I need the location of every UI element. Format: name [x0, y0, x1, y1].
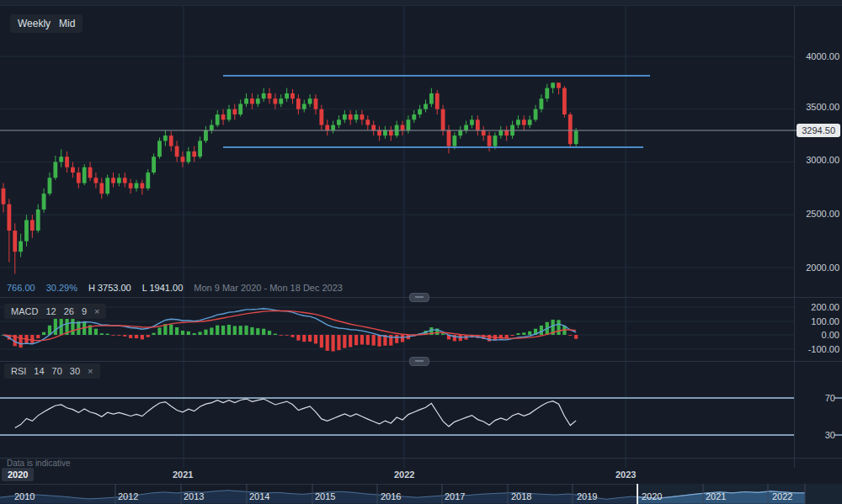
- macd-axis-label: 100.00: [811, 316, 839, 326]
- price-axis-label: 2500.00: [806, 209, 839, 219]
- macd-param-slow: 26: [64, 306, 74, 316]
- macd-param-fast: 12: [45, 306, 56, 316]
- x-axis-year-label: 2021: [173, 470, 193, 480]
- rsi-param-period: 14: [34, 366, 44, 376]
- navigator-year-label: 2012: [118, 491, 138, 501]
- rsi-axis-label: 70: [825, 393, 835, 403]
- navigator-year-label: 2021: [706, 491, 726, 501]
- x-axis-year-label: 2020: [2, 468, 34, 481]
- navigator-year-label: 2013: [184, 491, 204, 501]
- macd-label: MACD: [11, 306, 38, 316]
- price-axis-label: 3000.00: [806, 155, 839, 165]
- navigator-year-label: 2010: [14, 491, 35, 501]
- instrument-info-bar: 766.00 30.29% H 3753.00 L 1941.00 Mon 9 …: [7, 283, 343, 293]
- navigator-year-label: 2015: [315, 491, 335, 501]
- rsi-param-upper: 70: [52, 366, 62, 376]
- navigator-year-label: 2017: [445, 491, 465, 501]
- navigator-year-label: 2019: [577, 491, 597, 501]
- navigator-range-handle[interactable]: [637, 484, 638, 504]
- rsi-panel-resize-grip[interactable]: [409, 357, 429, 366]
- macd-indicator-box: MACD 12 26 9 ×: [4, 304, 106, 319]
- navigator-year-label: 2016: [381, 491, 401, 501]
- price-axis-label: 3500.00: [806, 102, 839, 112]
- price-axis-label: 2000.00: [806, 263, 839, 273]
- navigator-year-label: 2022: [772, 491, 792, 501]
- rsi-close-icon[interactable]: ×: [88, 366, 93, 376]
- macd-axis-label: -100.00: [808, 344, 839, 354]
- macd-axis-label: 0.00: [822, 330, 839, 340]
- navigator-year-label: 2020: [642, 491, 662, 501]
- price-type-button[interactable]: Mid: [51, 14, 83, 33]
- change-percent: 30.29%: [46, 283, 77, 293]
- navigator-year-label: 2014: [249, 491, 269, 501]
- x-axis-year-label: 2022: [394, 470, 414, 480]
- macd-close-icon[interactable]: ×: [94, 306, 99, 316]
- x-axis-year-label: 2023: [616, 470, 636, 480]
- rsi-param-lower: 30: [70, 366, 80, 376]
- macd-panel-resize-grip[interactable]: [409, 293, 429, 302]
- price-axis-label: 4000.00: [806, 51, 839, 61]
- rsi-indicator-box: RSI 14 70 30 ×: [4, 363, 100, 379]
- chart-canvas[interactable]: [0, 0, 842, 504]
- rsi-axis-label: 30: [825, 430, 835, 440]
- rsi-label: RSI: [11, 366, 26, 376]
- change-value: 766.00: [7, 283, 35, 293]
- data-indicative-note: Data is indicative: [7, 459, 71, 468]
- trading-chart-window: Weekly Mid 766.00 30.29% H 3753.00 L 194…: [0, 0, 842, 504]
- period-high: H 3753.00: [88, 283, 131, 293]
- period-low: L 1941.00: [142, 283, 184, 293]
- macd-param-signal: 9: [82, 306, 87, 316]
- date-range: Mon 9 Mar 2020 - Mon 18 Dec 2023: [194, 283, 343, 293]
- macd-axis-label: 200.00: [811, 302, 839, 312]
- current-price-badge: 3294.50: [797, 124, 840, 137]
- navigator-year-label: 2018: [511, 491, 531, 501]
